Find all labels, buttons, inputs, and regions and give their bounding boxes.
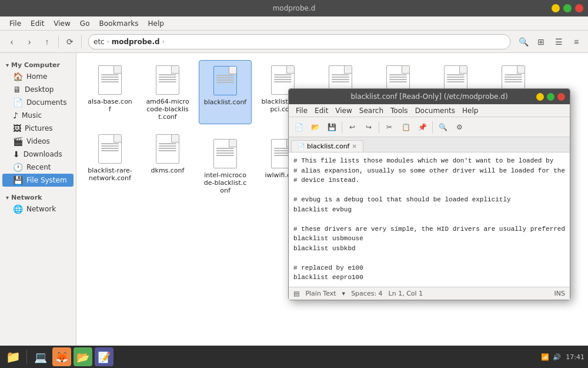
taskbar-time[interactable]: 17:41 xyxy=(566,353,584,361)
crumb-arrow: › xyxy=(107,38,109,45)
maximize-button[interactable] xyxy=(563,4,572,12)
tray-volume-icon[interactable]: 🔊 xyxy=(553,353,561,361)
taskbar-icon-computer[interactable]: 💻 xyxy=(31,347,50,366)
file-label: amd64-microcode-blacklist.conf xyxy=(145,98,191,121)
sidebar-item-recent[interactable]: 🕐 Recent xyxy=(2,161,74,174)
tray-network-icon[interactable]: 📶 xyxy=(541,353,549,361)
editor-content[interactable]: # This file lists those modules which we… xyxy=(289,152,570,287)
editor-mode: INS xyxy=(554,290,565,297)
editor-title-bar: blacklist.conf [Read-Only] (/etc/modprob… xyxy=(289,89,570,104)
crumb-modprobe[interactable]: modprobe.d xyxy=(112,38,160,46)
forward-button[interactable]: › xyxy=(21,34,38,50)
editor-replace-button[interactable]: ⚙ xyxy=(452,120,467,135)
sidebar-item-filesystem[interactable]: 💾 File System xyxy=(2,174,74,187)
editor-menu-search[interactable]: Search xyxy=(356,105,387,116)
menu-button[interactable]: ≡ xyxy=(568,34,584,50)
sidebar-item-videos[interactable]: 🎬 Videos xyxy=(2,135,74,148)
menu-item-edit[interactable]: Edit xyxy=(26,18,49,29)
taskbar-separator xyxy=(26,350,27,364)
sidebar-item-pictures[interactable]: 🖼 Pictures xyxy=(2,122,74,135)
editor-tab-blacklist[interactable]: 📄 blacklist.conf ✕ xyxy=(291,140,363,152)
sidebar-label-home: Home xyxy=(26,72,47,81)
sidebar-header-network[interactable]: Network xyxy=(0,191,76,203)
file-icon xyxy=(211,64,239,97)
close-button[interactable] xyxy=(575,4,583,12)
reload-button[interactable]: ⟳ xyxy=(62,34,78,50)
up-button[interactable]: ↑ xyxy=(39,34,55,50)
sidebar-section-network: Network 🌐 Network xyxy=(0,189,76,218)
editor-copy-button[interactable]: 📋 xyxy=(398,120,413,135)
taskbar-icon-editor[interactable]: 📝 xyxy=(95,347,113,366)
menu-bar: FileEditViewGoBookmarksHelp xyxy=(0,16,588,31)
editor-maximize-button[interactable] xyxy=(547,93,554,101)
editor-controls xyxy=(536,93,565,101)
menu-item-help[interactable]: Help xyxy=(143,18,169,29)
sidebar-section-computer: My Computer 🏠 Home 🖥 Desktop 📄 Documents… xyxy=(0,57,76,189)
filesystem-icon: 💾 xyxy=(13,175,23,185)
editor-menu-view[interactable]: View xyxy=(332,105,355,116)
taskbar-icon-firefox[interactable]: 🦊 xyxy=(52,347,71,366)
sidebar-item-network[interactable]: 🌐 Network xyxy=(2,203,74,216)
menu-item-go[interactable]: Go xyxy=(75,18,95,29)
editor-tab-close[interactable]: ✕ xyxy=(352,143,356,150)
file-label: dkms.conf xyxy=(151,167,185,174)
location-bar[interactable]: etc › modprobe.d › xyxy=(88,34,510,49)
sidebar-label-pictures: Pictures xyxy=(25,124,53,132)
file-item[interactable]: blacklist-rare-network.conf xyxy=(83,129,136,198)
sidebar-item-downloads[interactable]: ⬇ Downloads xyxy=(2,148,74,161)
editor-close-button[interactable] xyxy=(557,93,565,101)
minimize-button[interactable] xyxy=(552,4,560,12)
taskbar-icon-files[interactable]: 📁 xyxy=(4,347,22,366)
sidebar-item-home[interactable]: 🏠 Home xyxy=(2,70,74,83)
file-item[interactable]: dkms.conf xyxy=(141,129,194,198)
editor-menu-tools[interactable]: Tools xyxy=(387,105,412,116)
window-title: modprobe.d xyxy=(273,4,316,12)
editor-menu-documents[interactable]: Documents xyxy=(412,105,459,116)
sidebar-item-desktop[interactable]: 🖥 Desktop xyxy=(2,83,74,96)
editor-menu-help[interactable]: Help xyxy=(459,105,482,116)
sidebar-label-filesystem: File System xyxy=(26,176,67,184)
file-label: blacklist.conf xyxy=(204,98,246,106)
editor-save-button[interactable]: 💾 xyxy=(324,120,339,135)
editor-menu-file[interactable]: File xyxy=(292,105,311,116)
editor-sep-3 xyxy=(432,121,433,133)
editor-paste-button[interactable]: 📌 xyxy=(415,120,430,135)
editor-minimize-button[interactable] xyxy=(536,93,544,101)
back-button[interactable]: ‹ xyxy=(4,34,20,50)
editor-find-button[interactable]: 🔍 xyxy=(435,120,450,135)
editor-open-button[interactable]: 📂 xyxy=(308,120,323,135)
sidebar-item-documents[interactable]: 📄 Documents xyxy=(2,96,74,109)
file-icon xyxy=(211,137,239,170)
file-item[interactable]: alsa-base.conf xyxy=(83,60,136,124)
editor-cut-button[interactable]: ✂ xyxy=(382,120,397,135)
file-icon xyxy=(96,64,124,97)
window-controls xyxy=(552,4,583,12)
file-item[interactable]: intel-microcode-blacklist.conf xyxy=(199,134,252,198)
editor-tab-label: blacklist.conf xyxy=(307,142,349,150)
file-item[interactable]: amd64-microcode-blacklist.conf xyxy=(141,60,194,124)
sidebar-label-music: Music xyxy=(22,111,42,120)
editor-position: Ln 1, Col 1 xyxy=(389,290,423,297)
file-label: blacklist-rare-network.conf xyxy=(87,167,133,182)
taskbar-icon-filemanager[interactable]: 📂 xyxy=(74,347,92,366)
crumb-etc[interactable]: etc xyxy=(93,38,105,46)
toolbar-separator-1 xyxy=(58,35,59,48)
sidebar: My Computer 🏠 Home 🖥 Desktop 📄 Documents… xyxy=(0,53,76,354)
editor-spaces-label: Spaces: 4 xyxy=(351,290,382,297)
menu-item-bookmarks[interactable]: Bookmarks xyxy=(94,18,143,29)
crumb-end-arrow: › xyxy=(162,38,165,45)
menu-item-view[interactable]: View xyxy=(49,18,75,29)
editor-menu-edit[interactable]: Edit xyxy=(311,105,332,116)
search-button[interactable]: 🔍 xyxy=(515,34,532,50)
editor-redo-button[interactable]: ↪ xyxy=(361,120,376,135)
file-item-blacklist[interactable]: blacklist.conf xyxy=(199,60,252,124)
list-view-button[interactable]: ☰ xyxy=(550,34,567,50)
grid-view-button[interactable]: ⊞ xyxy=(533,34,549,50)
menu-item-file[interactable]: File xyxy=(5,18,26,29)
sidebar-item-music[interactable]: ♪ Music xyxy=(2,109,74,122)
editor-new-button[interactable]: 📄 xyxy=(291,120,306,135)
editor-undo-button[interactable]: ↩ xyxy=(345,120,360,135)
editor-title: blacklist.conf [Read-Only] (/etc/modprob… xyxy=(293,92,565,101)
sidebar-header-computer[interactable]: My Computer xyxy=(0,59,76,70)
sidebar-label-network: Network xyxy=(26,205,56,213)
